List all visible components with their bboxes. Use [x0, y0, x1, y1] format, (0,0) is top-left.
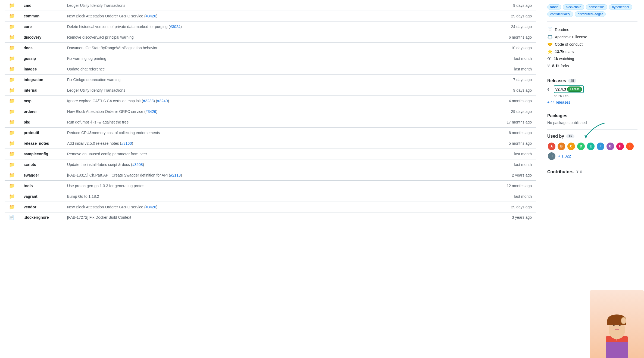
forks-link[interactable]: 8.1k forks	[552, 64, 569, 68]
tag-item[interactable]: distributed-ledger	[575, 11, 606, 17]
watching-link[interactable]: 1k watching	[554, 57, 574, 61]
readme-link[interactable]: Readme	[555, 27, 569, 32]
commit-link[interactable]: #3426	[146, 205, 156, 209]
folder-icon: 📁	[9, 98, 15, 104]
tag-item[interactable]: confidentiality	[547, 11, 573, 17]
file-name-link[interactable]: .dockerignore	[24, 215, 49, 220]
file-name-link[interactable]: protoutil	[24, 131, 39, 135]
conduct-icon: 🤝	[547, 42, 553, 47]
file-name-link[interactable]: discovery	[24, 35, 41, 39]
table-row: 📁internalLedger Utility Identify Transac…	[5, 85, 536, 96]
file-name-link[interactable]: integration	[24, 78, 43, 82]
file-name-cell: vendor	[19, 202, 63, 212]
avatar[interactable]: E	[586, 142, 595, 151]
avatar[interactable]: B	[557, 142, 566, 151]
table-row: 📁coreDelete historical versions of priva…	[5, 21, 536, 32]
tag-item[interactable]: hyperledger	[609, 4, 632, 10]
commit-link[interactable]: #3426	[146, 109, 156, 114]
latest-badge: Latest	[567, 87, 582, 92]
watching-item[interactable]: 👁 1k watching	[547, 55, 637, 62]
table-row: 📁sampleconfigRemove an unused config par…	[5, 149, 536, 159]
file-name-cell: cmd	[19, 0, 63, 11]
commit-message-cell: Add initial v2.5.0 release notes (#3160)	[63, 138, 434, 149]
commit-time-cell: 6 months ago	[434, 128, 536, 138]
file-name-link[interactable]: vendor	[24, 205, 36, 209]
file-name-link[interactable]: scripts	[24, 162, 36, 167]
commit-link[interactable]: #3024	[170, 24, 180, 29]
file-name-link[interactable]: tools	[24, 184, 33, 188]
used-by-title: Used by	[547, 134, 564, 139]
folder-icon: 📁	[9, 66, 15, 72]
file-name-link[interactable]: images	[24, 67, 37, 71]
avatar[interactable]: H	[616, 142, 624, 151]
file-name-cell: docs	[19, 43, 63, 53]
license-item[interactable]: ⚖️ Apache-2.0 license	[547, 33, 637, 41]
commit-link[interactable]: #3426	[146, 14, 156, 18]
used-by-more-link[interactable]: + 1,022	[558, 154, 571, 158]
file-name-link[interactable]: internal	[24, 88, 37, 92]
license-link[interactable]: Apache-2.0 license	[555, 35, 587, 39]
file-name-link[interactable]: core	[24, 24, 32, 29]
file-name-link[interactable]: sampleconfig	[24, 152, 48, 156]
file-browser: 📁cmdLedger Utility Identify Transactions…	[0, 0, 541, 358]
avatar[interactable]: I	[626, 142, 634, 151]
contributors-title: Contributors	[547, 169, 574, 174]
file-name-link[interactable]: vagrant	[24, 194, 37, 199]
folder-icon: 📁	[9, 151, 15, 157]
folder-icon: 📁	[9, 45, 15, 51]
file-name-link[interactable]: release_notes	[24, 141, 49, 146]
stars-link[interactable]: 13.7k stars	[555, 50, 574, 54]
file-name-cell: .dockerignore	[19, 212, 63, 222]
releases-header: Releases 45	[547, 78, 637, 83]
readme-item[interactable]: 📄 Readme	[547, 26, 637, 33]
commit-link[interactable]: #3238	[143, 99, 154, 103]
commit-link[interactable]: #3249	[157, 99, 168, 103]
conduct-link[interactable]: Code of conduct	[555, 42, 583, 47]
avatar[interactable]: F	[596, 142, 605, 151]
stars-item[interactable]: ⭐ 13.7k stars	[547, 48, 637, 55]
file-type-icon: 📁	[5, 0, 20, 11]
commit-message-cell: [FAB-18315] Ch.Part.API: Create Swagger …	[63, 170, 434, 181]
avatar[interactable]: D	[577, 142, 585, 151]
commit-link[interactable]: #3160	[121, 141, 132, 146]
file-name-link[interactable]: gossip	[24, 56, 36, 61]
table-row: 📁gossipFix warning log printinglast mont…	[5, 53, 536, 64]
tag-item[interactable]: fabric	[547, 4, 561, 10]
folder-icon: 📁	[9, 119, 15, 125]
file-name-link[interactable]: orderer	[24, 109, 37, 114]
commit-time-cell: 17 months ago	[434, 117, 536, 128]
tag-item[interactable]: consensus	[586, 4, 607, 10]
forks-item[interactable]: ⑂ 8.1k forks	[547, 62, 637, 69]
file-name-link[interactable]: pkg	[24, 120, 30, 124]
contributors-count: 310	[576, 170, 582, 174]
file-type-icon: 📁	[5, 53, 20, 64]
file-name-link[interactable]: cmd	[24, 3, 32, 8]
commit-link[interactable]: #2113	[170, 173, 181, 177]
tag-item[interactable]: blockchain	[563, 4, 584, 10]
commit-time-cell: 29 days ago	[434, 202, 536, 212]
file-name-link[interactable]: common	[24, 14, 39, 18]
readme-icon: 📄	[547, 27, 553, 32]
commit-time-cell: 2 years ago	[434, 170, 536, 181]
file-name-link[interactable]: msp	[24, 99, 32, 103]
file-name-link[interactable]: docs	[24, 46, 33, 50]
more-releases-link[interactable]: + 44 releases	[547, 100, 637, 104]
used-by-section: Used by 1k ABCDEFGHIJ+ 1,022	[547, 129, 637, 165]
avatar[interactable]: G	[606, 142, 615, 151]
folder-icon: 📁	[9, 88, 15, 93]
file-name-link[interactable]: swagger	[24, 173, 39, 177]
file-name-cell: discovery	[19, 32, 63, 43]
code-of-conduct-item[interactable]: 🤝 Code of conduct	[547, 41, 637, 48]
avatar[interactable]: C	[567, 142, 576, 151]
release-version[interactable]: v2.4.3	[555, 87, 566, 91]
avatar[interactable]: A	[547, 142, 556, 151]
file-type-icon: 📁	[5, 128, 20, 138]
file-type-icon: 📁	[5, 149, 20, 159]
commit-link[interactable]: #3208	[132, 162, 143, 167]
commit-message-cell: Remove discovery.acl principal warning	[63, 32, 434, 43]
table-row: 📁release_notesAdd initial v2.5.0 release…	[5, 138, 536, 149]
commit-time-cell: 9 days ago	[434, 85, 536, 96]
avatar[interactable]: J	[547, 152, 556, 161]
tag-list: fabricblockchainconsensushyperledgerconf…	[547, 4, 637, 17]
table-row: 📁discoveryRemove discovery.acl principal…	[5, 32, 536, 43]
